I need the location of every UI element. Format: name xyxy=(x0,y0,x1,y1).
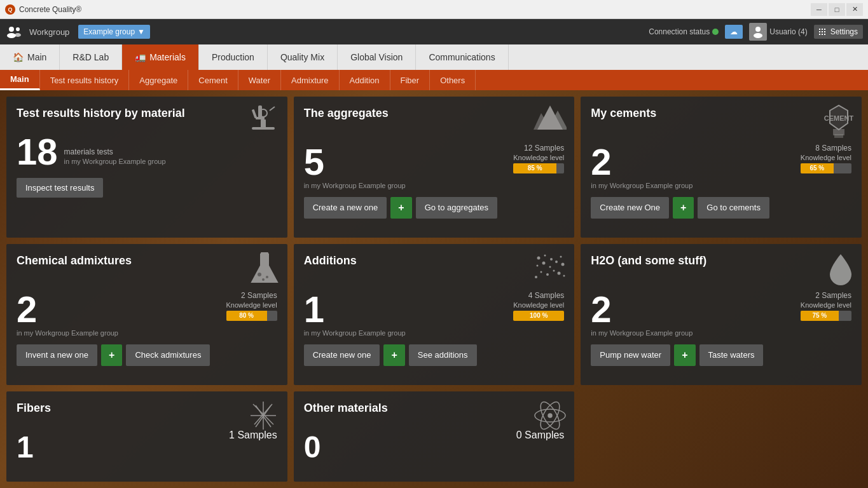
workgroup-dropdown[interactable]: Example group ▼ xyxy=(78,25,150,39)
nav-main[interactable]: 🏠 Main xyxy=(0,44,60,70)
card-admixtures-title: Chemical admixtures xyxy=(17,254,277,268)
admixtures-buttons: Invent a new one + Check admixtures xyxy=(17,344,277,366)
add-cement-button[interactable]: + xyxy=(673,197,694,219)
workgroup-icon xyxy=(5,25,23,38)
sub-nav-cement[interactable]: Cement xyxy=(188,70,238,90)
see-additions-button[interactable]: See additions xyxy=(409,344,477,366)
card-other-materials-title: Other materials xyxy=(304,402,565,416)
water-number: 2 xyxy=(591,291,692,328)
pump-water-button[interactable]: Pump new water xyxy=(591,344,670,366)
card-cements-title: My cements xyxy=(591,107,851,121)
sub-nav-main[interactable]: Main xyxy=(0,70,40,90)
sub-nav-water[interactable]: Water xyxy=(238,70,281,90)
create-addition-button[interactable]: Create new one xyxy=(304,344,380,366)
svg-point-39 xyxy=(549,266,551,268)
truck-icon: 🚛 xyxy=(135,52,146,62)
create-cement-button[interactable]: Create new One xyxy=(591,197,669,219)
user-area: Usuario (4) xyxy=(749,23,807,41)
goto-cements-button[interactable]: Go to cements xyxy=(698,197,769,219)
check-admixtures-button[interactable]: Check admixtures xyxy=(126,344,210,366)
card-aggregates-title: The aggregates xyxy=(304,107,565,121)
nav-production[interactable]: Production xyxy=(199,44,268,70)
svg-rect-7 xyxy=(819,31,820,32)
goto-aggregates-button[interactable]: Go to aggregates xyxy=(416,197,497,219)
content-area: Test results history by material 18 mate… xyxy=(0,90,868,488)
test-results-label: materials tests xyxy=(64,147,166,156)
card-admixtures: Chemical admixtures 2 in my Workgroup Ex… xyxy=(6,244,287,385)
add-aggregate-button[interactable]: + xyxy=(390,197,411,219)
nav-materials[interactable]: 🚛 Materials xyxy=(122,44,199,70)
add-admixture-button[interactable]: + xyxy=(101,344,122,366)
sub-nav-admixture[interactable]: Admixture xyxy=(281,70,340,90)
additions-progress-bar: 100 % xyxy=(513,311,564,321)
app-title: Concrete Quality® xyxy=(19,5,811,14)
other-materials-number: 0 xyxy=(304,432,321,463)
aggregates-buttons: Create a new one + Go to aggregates xyxy=(304,197,565,219)
svg-point-30 xyxy=(258,273,261,276)
sub-nav-addition[interactable]: Addition xyxy=(340,70,390,90)
test-results-subtitle: in my Workgroup Example group xyxy=(64,158,166,165)
add-addition-button[interactable]: + xyxy=(383,344,404,366)
taste-waters-button[interactable]: Taste waters xyxy=(699,344,764,366)
additions-stats: 4 Samples Knowledge level 100 % xyxy=(513,291,564,337)
nav-quality-mix[interactable]: Quality Mix xyxy=(268,44,338,70)
invent-admixture-button[interactable]: Invent a new one xyxy=(17,344,97,366)
cements-samples: 8 Samples xyxy=(801,144,851,152)
svg-rect-9 xyxy=(822,29,823,30)
toolbar-right: Connection status ☁ Usuario (4) Settings xyxy=(649,23,863,41)
svg-point-47 xyxy=(558,272,561,275)
svg-marker-28 xyxy=(252,254,277,282)
sub-nav-fiber[interactable]: Fiber xyxy=(390,70,431,90)
close-button[interactable]: ✕ xyxy=(846,3,863,16)
test-results-number: 18 xyxy=(17,133,58,170)
water-buttons: Pump new water + Taste waters xyxy=(591,344,851,366)
cement-icon: CEMENT xyxy=(823,104,854,144)
svg-point-0 xyxy=(9,27,14,32)
card-test-results: Test results history by material 18 mate… xyxy=(6,97,287,238)
settings-label: Settings xyxy=(830,27,858,36)
card-cements: My cements CEMENT 2 in my Workgroup Exam… xyxy=(581,97,862,238)
svg-point-1 xyxy=(7,33,16,38)
inspect-test-results-button[interactable]: Inspect test results xyxy=(17,178,103,198)
svg-point-42 xyxy=(561,263,565,266)
card-fibers: Fibers 1 1 Samples xyxy=(6,391,287,482)
atom-icon xyxy=(534,399,567,438)
settings-button[interactable]: Settings xyxy=(814,25,863,39)
connection-status: Connection status xyxy=(649,27,719,36)
maximize-button[interactable]: □ xyxy=(829,3,845,16)
main-nav: 🏠 Main R&D Lab 🚛 Materials Production Qu… xyxy=(0,44,868,70)
additions-subtitle: in my Workgroup Example group xyxy=(304,329,406,337)
svg-point-43 xyxy=(541,271,542,273)
aggregates-subtitle: in my Workgroup Example group xyxy=(304,182,406,189)
water-drop-icon xyxy=(827,252,854,292)
window-controls: ─ □ ✕ xyxy=(811,3,863,16)
cements-stats: 8 Samples Knowledge level 65 % xyxy=(801,144,851,189)
svg-point-5 xyxy=(754,33,762,38)
card-fibers-title: Fibers xyxy=(17,402,277,416)
create-aggregate-button[interactable]: Create a new one xyxy=(304,197,387,219)
cloud-button[interactable]: ☁ xyxy=(725,25,743,39)
title-bar: Q Concrete Quality® ─ □ ✕ xyxy=(0,0,868,19)
home-icon: 🏠 xyxy=(13,52,24,62)
sub-nav-aggregate[interactable]: Aggregate xyxy=(129,70,188,90)
minimize-button[interactable]: ─ xyxy=(811,3,827,16)
app-icon: Q xyxy=(5,4,15,15)
nav-rd[interactable]: R&D Lab xyxy=(60,44,122,70)
nav-communications[interactable]: Communications xyxy=(416,44,508,70)
nav-global-vision[interactable]: Global Vision xyxy=(338,44,416,70)
user-label: Usuario (4) xyxy=(769,27,807,36)
card-test-results-title: Test results history by material xyxy=(17,107,277,121)
svg-rect-26 xyxy=(834,130,844,135)
sub-nav-test-results[interactable]: Test results history xyxy=(40,70,130,90)
svg-rect-14 xyxy=(824,34,825,35)
particles-icon xyxy=(532,252,567,287)
svg-point-40 xyxy=(555,261,558,263)
svg-point-37 xyxy=(537,265,539,267)
aggregates-knowledge: Knowledge level xyxy=(513,154,564,161)
sub-nav-others[interactable]: Others xyxy=(430,70,476,90)
user-avatar xyxy=(749,23,767,41)
add-water-button[interactable]: + xyxy=(674,344,695,366)
water-progress-fill: 75 % xyxy=(801,311,839,321)
water-subtitle: in my Workgroup Example group xyxy=(591,329,692,337)
svg-point-44 xyxy=(546,273,549,276)
